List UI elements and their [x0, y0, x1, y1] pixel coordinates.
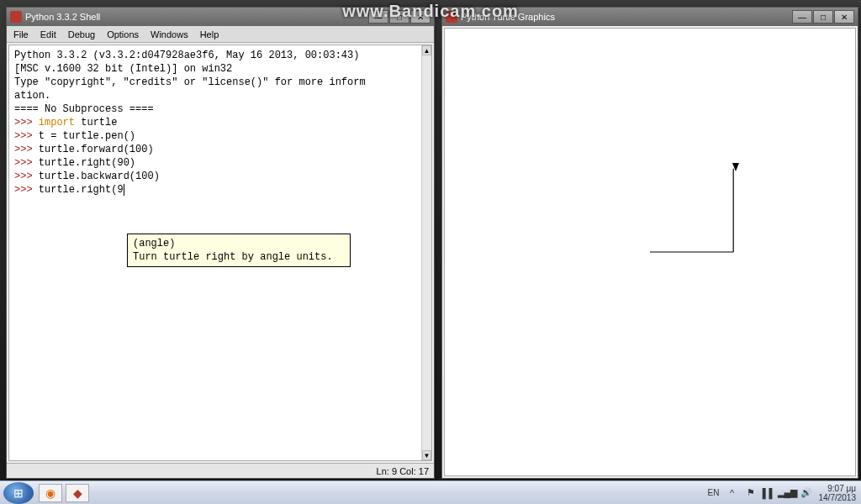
maximize-button[interactable]: □ — [813, 10, 833, 24]
shell-title: Python 3.3.2 Shell — [25, 12, 368, 22]
calltip: (angle) Turn turtle right by angle units… — [127, 234, 351, 267]
close-button[interactable]: ✕ — [834, 10, 854, 24]
tray-clock[interactable]: 9:07 μμ 14/7/2013 — [819, 484, 857, 502]
status-ln: Ln: 9 — [377, 466, 397, 476]
calltip-doc: Turn turtle right by angle units. — [133, 250, 345, 264]
windows-logo-icon: ⊞ — [13, 486, 24, 500]
idle-shell-window: Python 3.3.2 Shell — □ ✕ File Edit Debug… — [6, 7, 435, 479]
menu-windows[interactable]: Windows — [147, 28, 192, 41]
wifi-icon[interactable]: ▂▄▆ — [782, 487, 794, 499]
turtle-canvas — [445, 29, 855, 475]
menu-help[interactable]: Help — [197, 28, 223, 41]
statusbar: Ln: 9 Col: 17 — [7, 463, 434, 478]
taskbar-idle[interactable]: ◆ — [66, 484, 89, 502]
start-button[interactable]: ⊞ — [3, 482, 34, 504]
menubar: File Edit Debug Options Windows Help — [7, 26, 434, 43]
status-col: Col: 17 — [399, 466, 429, 476]
python-icon — [10, 11, 22, 23]
network-icon[interactable]: ▌▌ — [763, 487, 775, 499]
turtle-drawing — [445, 29, 855, 475]
bandicam-watermark: www.Bandicam.com — [342, 2, 519, 21]
minimize-button[interactable]: — — [792, 10, 812, 24]
menu-options[interactable]: Options — [103, 28, 142, 41]
turtle-canvas-area[interactable] — [444, 28, 856, 476]
volume-icon[interactable]: 🔊 — [800, 487, 812, 499]
tray-time: 9:07 μμ — [819, 484, 857, 493]
text-cursor — [124, 184, 124, 196]
turtle-window: Python Turtle Graphics — □ ✕ — [441, 7, 858, 479]
editor-text[interactable]: Python 3.3.2 (v3.3.2:d047928ae3f6, May 1… — [9, 45, 431, 200]
tray-lang[interactable]: EN — [708, 488, 720, 497]
taskbar[interactable]: ⊞ ◉ ◆ EN ^ ⚑ ▌▌ ▂▄▆ 🔊 9:07 μμ 14/7/2013 — [0, 480, 861, 504]
menu-file[interactable]: File — [10, 28, 32, 41]
turtle-cursor-icon — [732, 163, 739, 171]
flag-icon[interactable]: ⚑ — [745, 487, 757, 499]
menu-edit[interactable]: Edit — [37, 28, 60, 41]
scrollbar-vertical[interactable]: ▲ ▼ — [421, 45, 431, 460]
taskbar-firefox[interactable]: ◉ — [39, 484, 62, 502]
editor-area[interactable]: Python 3.3.2 (v3.3.2:d047928ae3f6, May 1… — [8, 45, 432, 461]
menu-debug[interactable]: Debug — [65, 28, 98, 41]
tray-date: 14/7/2013 — [819, 493, 857, 502]
scroll-down-icon[interactable]: ▼ — [422, 450, 431, 460]
chevron-up-icon[interactable]: ^ — [726, 487, 738, 499]
idle-icon: ◆ — [73, 486, 82, 500]
window-controls: — □ ✕ — [792, 10, 854, 24]
calltip-signature: (angle) — [133, 237, 345, 250]
system-tray[interactable]: EN ^ ⚑ ▌▌ ▂▄▆ 🔊 9:07 μμ 14/7/2013 — [708, 484, 858, 502]
firefox-icon: ◉ — [45, 486, 55, 500]
scroll-up-icon[interactable]: ▲ — [422, 45, 431, 55]
